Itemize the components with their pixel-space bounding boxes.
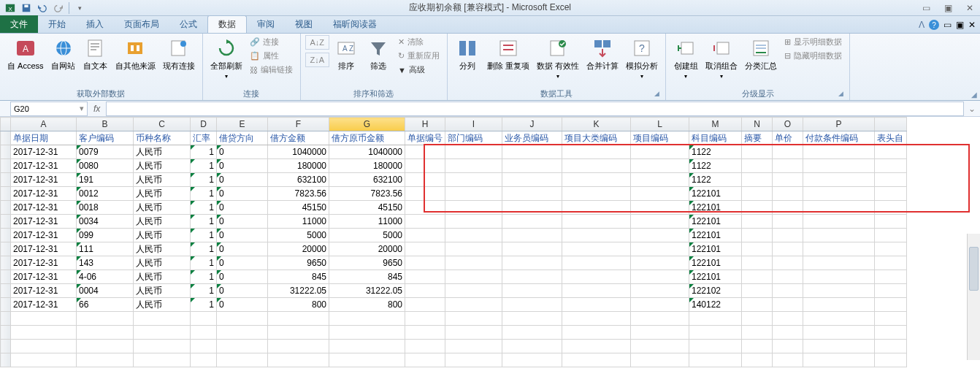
- workbook-restore-icon[interactable]: ▣: [956, 20, 964, 30]
- cell[interactable]: [502, 326, 562, 340]
- cell[interactable]: [742, 270, 773, 284]
- cell[interactable]: [405, 340, 445, 353]
- cell[interactable]: 143: [77, 256, 134, 270]
- cell[interactable]: [631, 173, 689, 187]
- column-header[interactable]: D: [191, 118, 217, 131]
- cell[interactable]: [773, 353, 803, 367]
- cell[interactable]: [875, 256, 907, 270]
- row-header[interactable]: [1, 270, 11, 284]
- cell[interactable]: [11, 326, 77, 340]
- cell[interactable]: [773, 298, 803, 312]
- field-header[interactable]: 借贷方向: [217, 131, 268, 145]
- cell[interactable]: [631, 298, 689, 312]
- cell[interactable]: [502, 201, 562, 215]
- sort-asc-button[interactable]: A↓Z: [305, 35, 330, 50]
- cell[interactable]: [502, 284, 562, 298]
- cell[interactable]: 1: [191, 201, 217, 215]
- cell[interactable]: [445, 215, 502, 229]
- cell[interactable]: 180000: [329, 159, 405, 173]
- cell[interactable]: [562, 326, 631, 340]
- cell[interactable]: 0034: [77, 215, 134, 229]
- row-header[interactable]: [1, 340, 11, 353]
- cell[interactable]: [742, 312, 773, 326]
- cell[interactable]: 0: [217, 173, 268, 187]
- cell[interactable]: 20000: [329, 242, 405, 256]
- tab-审阅[interactable]: 审阅: [247, 15, 285, 33]
- cell[interactable]: [268, 340, 329, 353]
- cell[interactable]: 人民币: [134, 256, 191, 270]
- cell[interactable]: [631, 270, 689, 284]
- cell[interactable]: [875, 284, 907, 298]
- cell[interactable]: [502, 215, 562, 229]
- cell[interactable]: [217, 312, 268, 326]
- cell[interactable]: 人民币: [134, 201, 191, 215]
- cell[interactable]: [742, 201, 773, 215]
- cell[interactable]: [562, 284, 631, 298]
- from-text-button[interactable]: 自文本: [80, 35, 111, 72]
- cell[interactable]: [329, 326, 405, 340]
- cell[interactable]: [562, 187, 631, 201]
- cell[interactable]: [875, 145, 907, 159]
- cell[interactable]: [405, 215, 445, 229]
- expand-formula-bar-icon[interactable]: ⌄: [964, 104, 980, 114]
- column-header[interactable]: M: [689, 118, 742, 131]
- cell[interactable]: 1: [191, 256, 217, 270]
- reapply-button[interactable]: ↻重新应用: [395, 49, 443, 63]
- cell[interactable]: [803, 215, 875, 229]
- sort-desc-button[interactable]: Z↓A: [305, 53, 330, 67]
- row-header[interactable]: [1, 215, 11, 229]
- row-header[interactable]: [1, 256, 11, 270]
- field-header[interactable]: 科目编码: [689, 131, 742, 145]
- cell[interactable]: [502, 173, 562, 187]
- cell[interactable]: 人民币: [134, 215, 191, 229]
- cell[interactable]: 11000: [329, 215, 405, 229]
- field-header[interactable]: 币种名称: [134, 131, 191, 145]
- cell[interactable]: [405, 145, 445, 159]
- cell[interactable]: 0: [217, 215, 268, 229]
- column-header[interactable]: O: [773, 118, 803, 131]
- cell[interactable]: [803, 229, 875, 242]
- cell[interactable]: [631, 340, 689, 353]
- tab-file[interactable]: 文件: [0, 15, 38, 33]
- cell[interactable]: [562, 229, 631, 242]
- cell[interactable]: [689, 312, 742, 326]
- hide-detail-button[interactable]: ⊟隐藏明细数据: [781, 49, 845, 63]
- cell[interactable]: 122101: [689, 201, 742, 215]
- row-header[interactable]: [1, 145, 11, 159]
- field-header[interactable]: 单据编号: [405, 131, 445, 145]
- cell[interactable]: 人民币: [134, 242, 191, 256]
- cell[interactable]: [405, 284, 445, 298]
- cell[interactable]: [742, 173, 773, 187]
- column-header[interactable]: P: [803, 118, 875, 131]
- column-header[interactable]: H: [405, 118, 445, 131]
- worksheet-grid[interactable]: ABCDEFGHIJKLMNOP单据日期客户编码币种名称汇率借贷方向借方金额借方…: [0, 117, 980, 367]
- sort-button[interactable]: AZ 排序: [331, 35, 361, 72]
- cell[interactable]: [875, 242, 907, 256]
- cell[interactable]: [631, 353, 689, 367]
- cell[interactable]: [134, 312, 191, 326]
- undo-icon[interactable]: [35, 1, 50, 15]
- row-header[interactable]: [1, 284, 11, 298]
- cell[interactable]: 0: [217, 187, 268, 201]
- cell[interactable]: [631, 326, 689, 340]
- cell[interactable]: 2017-12-31: [11, 284, 77, 298]
- tab-公式[interactable]: 公式: [169, 15, 207, 33]
- tab-福昕阅读器[interactable]: 福昕阅读器: [323, 15, 387, 33]
- dialog-launcher-icon[interactable]: ◢: [652, 90, 661, 99]
- advanced-filter-button[interactable]: ▼高级: [395, 63, 443, 77]
- column-header[interactable]: J: [502, 118, 562, 131]
- cell[interactable]: [134, 326, 191, 340]
- cell[interactable]: [631, 242, 689, 256]
- cell[interactable]: 122101: [689, 270, 742, 284]
- cell[interactable]: 人民币: [134, 284, 191, 298]
- cell[interactable]: [875, 187, 907, 201]
- connections-button[interactable]: 🔗连接: [247, 35, 296, 49]
- cell[interactable]: [329, 340, 405, 353]
- cell[interactable]: [445, 159, 502, 173]
- cell[interactable]: 122101: [689, 229, 742, 242]
- minimize-icon[interactable]: ▭: [919, 2, 933, 14]
- cell[interactable]: [631, 284, 689, 298]
- cell[interactable]: 0: [217, 145, 268, 159]
- cell[interactable]: 45150: [268, 201, 329, 215]
- cell[interactable]: 122101: [689, 242, 742, 256]
